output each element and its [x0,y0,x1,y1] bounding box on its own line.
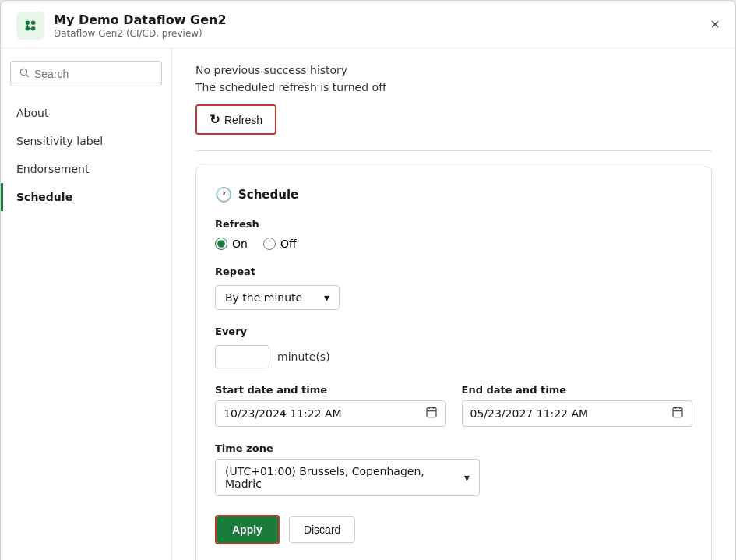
no-history-text: No previous success history [195,64,712,76]
svg-line-8 [26,75,29,77]
apply-button[interactable]: Apply [217,516,278,543]
every-unit: minute(s) [277,350,330,363]
divider [195,150,712,151]
radio-off-input[interactable] [263,238,276,250]
schedule-card: 🕐 Schedule Refresh On Off [195,167,712,560]
end-date-label: End date and time [462,384,693,396]
sidebar-item-about[interactable]: About [1,99,171,127]
close-button[interactable]: × [707,13,723,35]
radio-on-option[interactable]: On [215,238,248,250]
clock-icon: 🕐 [215,186,232,203]
window-subtitle: Dataflow Gen2 (CI/CD, preview) [54,28,227,39]
date-row: Start date and time 10/23/2024 11:22 AM [215,384,692,427]
svg-rect-13 [673,408,682,417]
radio-on-input[interactable] [215,238,227,250]
app-icon [16,12,44,40]
discard-button[interactable]: Discard [289,516,355,543]
every-row: 15 minute(s) [215,345,692,368]
radio-off-option[interactable]: Off [263,238,297,250]
timezone-label: Time zone [215,442,692,454]
scheduled-off-text: The scheduled refresh is turned off [195,81,712,93]
timezone-chevron-icon: ▾ [464,471,470,484]
end-date-calendar-icon[interactable] [671,406,684,421]
timezone-section: Time zone (UTC+01:00) Brussels, Copenhag… [215,442,692,496]
sidebar-item-endorsement[interactable]: Endorsement [1,155,171,183]
body: About Sensitivity label Endorsement Sche… [1,48,735,560]
window-title: My Demo Dataflow Gen2 [54,12,227,27]
title-text: My Demo Dataflow Gen2 Dataflow Gen2 (CI/… [54,12,227,39]
end-date-value: 05/23/2027 11:22 AM [470,407,672,420]
refresh-button[interactable]: ↻ Refresh [197,106,275,133]
every-section: Every 15 minute(s) [215,326,692,368]
title-bar: My Demo Dataflow Gen2 Dataflow Gen2 (CI/… [1,1,735,48]
start-date-label: Start date and time [215,384,446,396]
every-label: Every [215,326,692,337]
refresh-radio-group: On Off [215,238,692,250]
start-date-calendar-icon[interactable] [425,406,438,421]
start-date-input-wrapper[interactable]: 10/23/2024 11:22 AM [215,400,446,427]
start-date-value: 10/23/2024 11:22 AM [224,407,425,420]
sidebar: About Sensitivity label Endorsement Sche… [1,48,172,560]
repeat-label: Repeat [215,266,692,277]
refresh-button-wrapper: ↻ Refresh [195,104,276,135]
refresh-icon: ↻ [210,112,220,127]
repeat-dropdown[interactable]: By the minute ▾ [215,285,340,310]
search-icon [19,66,30,81]
action-row: Apply Discard [215,515,692,544]
start-date-field: Start date and time 10/23/2024 11:22 AM [215,384,446,427]
repeat-section: Repeat By the minute ▾ [215,266,692,310]
main-window: My Demo Dataflow Gen2 Dataflow Gen2 (CI/… [0,0,736,560]
search-box[interactable] [10,61,162,86]
chevron-down-icon: ▾ [324,291,329,304]
apply-button-wrapper: Apply [215,515,280,544]
svg-point-7 [20,69,26,75]
sidebar-item-schedule[interactable]: Schedule [1,183,171,211]
main-content: No previous success history The schedule… [172,48,735,560]
search-input[interactable] [34,68,153,80]
sidebar-item-sensitivity-label[interactable]: Sensitivity label [1,127,171,155]
every-input[interactable]: 15 [215,345,269,368]
refresh-label: Refresh [215,218,692,230]
svg-rect-9 [427,408,436,417]
timezone-dropdown[interactable]: (UTC+01:00) Brussels, Copenhagen, Madric… [215,459,480,496]
end-date-input-wrapper[interactable]: 05/23/2027 11:22 AM [462,400,693,427]
schedule-header: 🕐 Schedule [215,186,692,203]
end-date-field: End date and time 05/23/2027 11:22 AM [462,384,693,427]
